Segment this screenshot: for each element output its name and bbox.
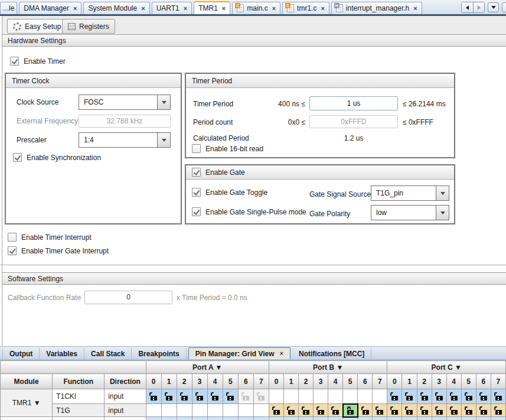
bottom-tab-output[interactable]: Output <box>2 348 40 359</box>
enable-timer-gate-interrupt-checkbox[interactable] <box>8 246 17 255</box>
pin-cell-t1g-ra0[interactable] <box>146 404 161 417</box>
pin-cell-t1cki-ra3[interactable] <box>192 389 207 404</box>
pin-cell-t1cki-ra7[interactable] <box>253 389 269 404</box>
editor-tab-tmr1-c[interactable]: Ctmr1.c× <box>282 2 329 14</box>
close-tab-icon[interactable]: × <box>222 5 226 12</box>
bottom-tab-variables[interactable]: Variables <box>40 348 84 359</box>
pin-cell-t1cki-rb7[interactable] <box>373 389 387 404</box>
pin-cell-t1g-rc6[interactable] <box>476 404 491 417</box>
module-cell-tmr1[interactable]: TMR1 ▼ <box>1 389 53 417</box>
pin-cell-t1cki-rc2[interactable] <box>417 389 432 404</box>
pin-cell-t1cki-ra1[interactable] <box>161 389 177 404</box>
tab-list-dropdown-button[interactable] <box>488 2 499 12</box>
pin-cell-t1cki-rc7[interactable] <box>491 389 505 404</box>
clock-source-dropdown-button[interactable] <box>157 95 170 109</box>
pin-cell-t1cki-ra2[interactable] <box>177 389 192 404</box>
enable-synchronization-checkbox[interactable] <box>13 153 22 162</box>
pin-cell-t1g-rb2[interactable] <box>299 404 314 417</box>
pin-cell-t1cki-rb6[interactable] <box>358 389 373 404</box>
clock-source-combobox[interactable]: FOSC <box>79 95 171 110</box>
pin-cell-t1g-rc7[interactable] <box>491 404 505 417</box>
pin-cell-t1g-ra7[interactable] <box>253 404 269 417</box>
timer-period-input[interactable]: 1 us <box>309 96 398 110</box>
pin-cell-t1cki-ra0[interactable] <box>146 389 161 404</box>
pin-cell-t1g-rb1[interactable] <box>284 404 299 417</box>
pin-cell-t1cki-rb1[interactable] <box>284 389 299 404</box>
pin-cell-t1g-rb4[interactable] <box>328 404 343 417</box>
close-tab-icon[interactable]: × <box>413 5 417 12</box>
pin-cell-t1g-rb5[interactable] <box>343 404 358 417</box>
pin-cell-t1g-ra5[interactable] <box>223 404 238 417</box>
pin-cell-t1cki-rb3[interactable] <box>314 389 328 404</box>
gate-signal-source-combobox[interactable]: T1G_pin <box>371 185 449 201</box>
pin-cell-t1cki-rc0[interactable] <box>387 389 402 404</box>
enable-timer-interrupt-checkbox[interactable] <box>8 233 17 242</box>
close-tab-icon[interactable]: × <box>141 5 145 12</box>
close-tab-icon[interactable]: × <box>73 5 77 12</box>
gate-polarity-combobox[interactable]: low <box>371 205 449 220</box>
callback-function-rate-input[interactable]: 0 <box>84 291 172 304</box>
easy-setup-button[interactable]: Easy Setup <box>7 19 67 34</box>
pin-cell-t1g-rc4[interactable] <box>446 404 461 417</box>
pin-cell-t1g-rc5[interactable] <box>461 404 476 417</box>
editor-tab-tmr1[interactable]: TMR1× <box>194 1 230 14</box>
scroll-tabs-right-button[interactable] <box>473 2 484 12</box>
bottom-tab-call-stack[interactable]: Call Stack <box>84 348 132 359</box>
gate-signal-source-dropdown-button[interactable] <box>436 186 449 200</box>
pin-cell-t1cki-rc1[interactable] <box>402 389 417 404</box>
pin-cell-t1cki-rc3[interactable] <box>432 389 446 404</box>
editor-tab-uart1[interactable]: UART1× <box>152 2 192 14</box>
port-header-port-c[interactable]: Port C ▼ <box>387 361 506 374</box>
enable-timer-checkbox[interactable] <box>10 57 19 66</box>
pin-cell-t1g-rb6[interactable] <box>358 404 373 417</box>
close-tab-icon[interactable]: × <box>321 5 324 12</box>
registers-button[interactable]: Registers <box>62 19 115 34</box>
pin-cell-t1cki-rb4[interactable] <box>328 389 343 404</box>
close-tab-icon[interactable]: × <box>272 5 276 12</box>
hardware-settings-header[interactable]: Hardware Settings <box>2 34 506 47</box>
pin-cell-t1g-rc2[interactable] <box>417 404 432 417</box>
pin-cell-t1cki-rc6[interactable] <box>476 389 491 404</box>
gate-polarity-dropdown-button[interactable] <box>436 206 449 220</box>
pin-cell-t1cki-rb0[interactable] <box>269 389 283 404</box>
pin-cell-t1g-ra2[interactable] <box>177 404 192 417</box>
pin-cell-t1g-ra3[interactable] <box>192 404 207 417</box>
pin-cell-t1cki-ra6[interactable] <box>238 389 253 404</box>
pin-cell-t1g-ra1[interactable] <box>161 404 177 417</box>
pin-cell-t1g-rc0[interactable] <box>387 404 402 417</box>
bottom-tab-breakpoints[interactable]: Breakpoints <box>132 348 186 359</box>
scroll-tabs-left-button[interactable] <box>462 2 473 12</box>
pin-cell-t1g-rb7[interactable] <box>373 404 387 417</box>
bottom-tab-pin-manager-grid-view[interactable]: Pin Manager: Grid View× <box>188 347 290 359</box>
bottom-tab-notifications-mcc[interactable]: Notifications [MCC] <box>292 348 371 359</box>
pin-cell-t1cki-rc5[interactable] <box>461 389 476 404</box>
editor-tab-overflow[interactable]: ...le <box>0 2 17 14</box>
enable-gate-toggle-checkbox[interactable] <box>192 188 201 197</box>
pin-cell-t1g-ra4[interactable] <box>207 404 223 417</box>
pin-cell-t1g-rb0[interactable] <box>269 404 283 417</box>
editor-tab-interrupt-manager-h[interactable]: Hinterrupt_manager.h× <box>331 2 422 14</box>
pin-cell-t1cki-ra4[interactable] <box>207 389 223 404</box>
pin-cell-t1g-rb3[interactable] <box>314 404 328 417</box>
pin-cell-t1cki-rb5[interactable] <box>343 389 358 404</box>
prescaler-combobox[interactable]: 1:4 <box>79 132 171 148</box>
enable-16bit-read-checkbox[interactable] <box>192 144 201 153</box>
pin-cell-t1g-rc3[interactable] <box>432 404 446 417</box>
editor-tab-dma-manager[interactable]: DMA Manager× <box>19 2 81 14</box>
editor-tab-main-c[interactable]: Cmain.c× <box>232 2 280 14</box>
maximize-window-button[interactable] <box>502 2 506 12</box>
enable-gate-checkbox[interactable] <box>192 168 201 177</box>
close-tab-icon[interactable]: × <box>184 5 187 12</box>
close-tab-icon[interactable]: × <box>280 350 283 357</box>
enable-gate-single-pulse-checkbox[interactable] <box>192 207 201 216</box>
editor-tab-system-module[interactable]: System Module× <box>83 2 149 14</box>
pin-cell-t1g-ra6[interactable] <box>238 404 253 417</box>
pin-cell-t1cki-ra5[interactable] <box>223 389 238 404</box>
pin-cell-t1g-rc1[interactable] <box>402 404 417 417</box>
port-header-port-b[interactable]: Port B ▼ <box>269 361 387 374</box>
port-header-port-a[interactable]: Port A ▼ <box>146 361 269 374</box>
prescaler-dropdown-button[interactable] <box>157 133 170 147</box>
pin-cell-t1cki-rb2[interactable] <box>299 389 314 404</box>
software-settings-header[interactable]: Software Settings <box>2 272 506 285</box>
pin-cell-t1cki-rc4[interactable] <box>446 389 461 404</box>
